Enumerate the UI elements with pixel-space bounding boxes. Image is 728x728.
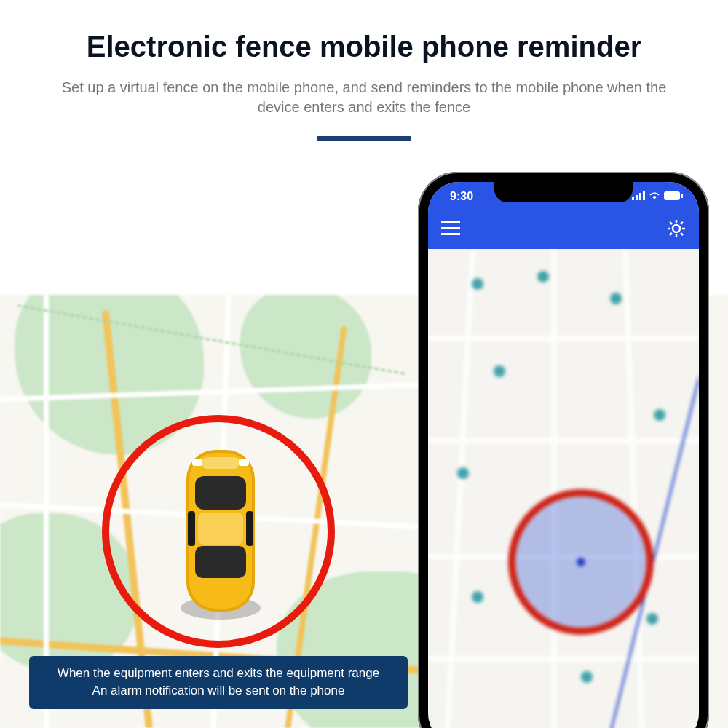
svg-rect-18 xyxy=(441,227,460,229)
svg-rect-6 xyxy=(188,511,195,546)
device-location-dot xyxy=(577,558,585,566)
banner-line-2: An alarm notification will be sent on th… xyxy=(38,682,399,700)
svg-rect-19 xyxy=(441,233,460,235)
svg-rect-16 xyxy=(681,194,683,198)
svg-line-26 xyxy=(681,233,683,235)
svg-rect-4 xyxy=(195,546,246,578)
svg-line-27 xyxy=(681,222,683,224)
wifi-icon xyxy=(649,190,660,203)
phone-mockup: 9:30 xyxy=(418,172,709,728)
app-bar xyxy=(428,211,699,249)
phone-screen: 9:30 xyxy=(428,182,699,728)
svg-line-28 xyxy=(670,233,672,235)
page-subtitle: Set up a virtual fence on the mobile pho… xyxy=(0,78,728,117)
phone-map[interactable] xyxy=(428,249,699,728)
car-icon xyxy=(173,437,268,626)
svg-rect-14 xyxy=(643,191,645,200)
info-banner: When the equipment enters and exits the … xyxy=(29,656,408,709)
svg-line-25 xyxy=(670,222,672,224)
svg-rect-15 xyxy=(664,191,680,200)
battery-icon xyxy=(664,190,683,203)
svg-rect-7 xyxy=(246,511,253,546)
divider xyxy=(317,136,411,141)
svg-rect-5 xyxy=(198,513,243,545)
signal-icon xyxy=(632,190,645,203)
svg-rect-17 xyxy=(441,221,460,223)
phone-notch xyxy=(494,182,633,202)
svg-rect-8 xyxy=(202,457,239,469)
phone-geofence-circle xyxy=(508,489,654,635)
svg-rect-13 xyxy=(639,193,641,200)
svg-rect-12 xyxy=(636,195,638,200)
svg-rect-10 xyxy=(239,459,249,466)
svg-rect-11 xyxy=(632,197,634,200)
settings-gear-icon[interactable] xyxy=(667,219,686,241)
svg-rect-9 xyxy=(192,459,202,466)
banner-line-1: When the equipment enters and exits the … xyxy=(38,665,399,683)
menu-icon[interactable] xyxy=(441,221,460,239)
svg-rect-3 xyxy=(195,476,246,510)
page-title: Electronic fence mobile phone reminder xyxy=(0,0,728,63)
svg-point-20 xyxy=(673,225,680,232)
status-time: 9:30 xyxy=(450,190,473,203)
